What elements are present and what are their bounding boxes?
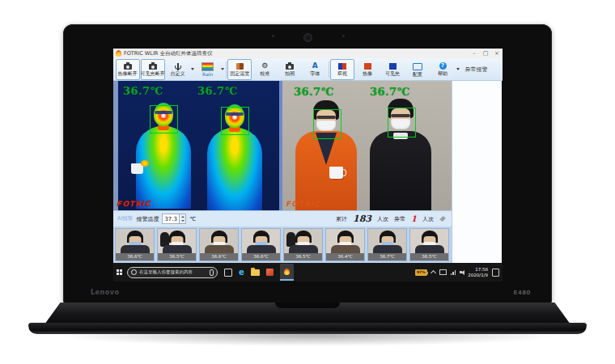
capture-thumbnail[interactable]: 36.5℃: [409, 228, 449, 261]
alarm-temp-spinner[interactable]: 37.3: [162, 214, 186, 224]
webcam: [303, 33, 312, 42]
alarm-temp-value[interactable]: 37.3: [163, 216, 179, 222]
spin-down-button[interactable]: [180, 219, 185, 224]
toolbar-button-custom[interactable]: 自定义: [166, 59, 190, 80]
face-detection-box: [150, 105, 178, 133]
thumbnail-temp: 36.7℃: [368, 253, 406, 260]
fotric-watermark: FOTRIC: [117, 200, 151, 208]
start-button[interactable]: [117, 269, 122, 275]
battery-icon[interactable]: 97%: [415, 269, 427, 276]
toolbar-button-visible-view[interactable]: 可见光: [380, 59, 405, 80]
volume-icon[interactable]: [460, 271, 462, 273]
person-jacket: [370, 131, 431, 210]
custom-icon: [174, 63, 181, 70]
snapshot-camera-icon: [286, 64, 294, 70]
microphone-dot-icon: [272, 35, 274, 37]
photos-app-icon[interactable]: [266, 269, 274, 276]
capture-thumbnail[interactable]: 36.6℃: [115, 228, 155, 261]
dropdown-caret-icon[interactable]: [221, 68, 224, 70]
capture-thumbnail[interactable]: 36.6℃: [199, 228, 239, 261]
laptop-base-front: [28, 323, 587, 334]
capture-thumbnail[interactable]: 36.6℃: [241, 228, 281, 261]
toolbar-button-visible-disconnect[interactable]: 可见光断开: [141, 59, 165, 80]
display-tray-icon[interactable]: [439, 269, 447, 275]
close-button[interactable]: ×: [491, 49, 503, 58]
toolbar-button-thermal-disconnect[interactable]: 热像断开: [116, 59, 140, 80]
visible-view-icon: [389, 63, 397, 70]
clock-date: 2020/1/9: [468, 273, 488, 278]
toolbar-button-calibrate[interactable]: ⚙ 校准: [252, 59, 277, 80]
font-icon: A: [312, 62, 318, 70]
dropdown-caret-icon[interactable]: [456, 68, 460, 70]
thermal-camera-icon: [124, 64, 132, 70]
status-bar: AI报警 报警温度 37.3 ℃ 累计 183 人次 异常 1 人次: [113, 210, 452, 226]
toolbar-button-palette-rain[interactable]: Rain: [196, 59, 220, 80]
microphone-dot-icon: [342, 35, 345, 37]
cortana-icon: [131, 269, 137, 275]
temperature-label: 36.7℃: [370, 86, 410, 98]
maximize-button[interactable]: □: [480, 49, 491, 58]
app-logo-icon: [116, 50, 121, 57]
dropdown-caret-icon[interactable]: [191, 68, 194, 70]
total-count: 183: [353, 214, 371, 224]
person-body: [136, 126, 191, 209]
webcam-lens: [307, 36, 310, 40]
microphone-icon[interactable]: [210, 269, 214, 276]
thumbnail-temp: 36.6℃: [200, 253, 238, 260]
search-input[interactable]: 在这里输入你要搜索的内容: [127, 267, 218, 278]
taskbar-clock[interactable]: 17:58 2020/1/9: [468, 267, 488, 277]
abnormal-unit: 人次: [422, 215, 434, 223]
total-label: 累计: [336, 215, 347, 223]
thumbnail-photo: [116, 229, 154, 253]
toolbar-button-dual-view[interactable]: 双视: [330, 59, 354, 80]
minimize-button[interactable]: –: [469, 49, 480, 58]
edge-browser-icon[interactable]: e: [239, 269, 244, 277]
capture-thumbnail[interactable]: 36.4℃: [325, 228, 365, 261]
capture-thumbnail[interactable]: 36.5℃: [157, 228, 197, 261]
windows-taskbar: 在这里输入你要搜索的内容 e 97% 17:58: [113, 263, 503, 281]
network-icon[interactable]: [451, 270, 456, 275]
thumbnail-photo: [410, 229, 448, 253]
toolbar: 热像断开 可见光断开 自定义 Rain: [113, 58, 503, 81]
thermal-feed: 36.7℃ 36.7℃ FOTRIC: [113, 81, 282, 210]
thumbnail-temp: 36.5℃: [410, 253, 448, 260]
rainbow-palette-icon: [201, 62, 214, 71]
alarm-panel-title: 异常报警: [460, 66, 501, 74]
search-placeholder: 在这里输入你要搜索的内容: [139, 269, 207, 275]
total-unit: 人次: [377, 215, 388, 223]
screen: FOTRIC WLIR 全自动红外体温筛查仪 – □ × 热像断开 可见光断开: [113, 49, 503, 281]
capture-filmstrip: 36.6℃ 36.5℃ 36.6℃ 36.6℃ 36.5℃: [113, 226, 452, 263]
toolbar-button-thermal-view[interactable]: 热像: [355, 59, 380, 80]
toolbar-button-fixed-span[interactable]: 固定温宽: [227, 59, 252, 80]
thumbnail-temp: 36.4℃: [326, 253, 364, 260]
thumbnail-temp: 36.5℃: [284, 253, 322, 260]
toolbar-button-config[interactable]: 配置: [405, 59, 430, 80]
thermal-wall-edge: [113, 81, 118, 210]
thumbnail-photo: [284, 229, 322, 253]
reset-counter-icon[interactable]: [439, 216, 446, 222]
capture-thumbnail[interactable]: 36.5℃: [283, 228, 323, 261]
tray-overflow-chevron-icon[interactable]: [430, 270, 436, 276]
file-explorer-icon[interactable]: [251, 269, 260, 276]
mug: [329, 167, 343, 179]
task-view-button[interactable]: [224, 269, 232, 277]
laptop-brand: Lenovo: [91, 289, 119, 296]
thumbnail-temp: 36.6℃: [116, 253, 154, 260]
face-detection-box: [313, 109, 341, 139]
toolbar-separator: [329, 61, 329, 78]
fotric-watermark: FOTRIC: [286, 200, 320, 208]
fotric-app-taskbar-button[interactable]: [280, 264, 294, 281]
toolbar-button-help[interactable]: ? 帮助: [430, 59, 455, 80]
ai-alarm-label: AI报警: [117, 215, 133, 222]
notification-center-icon[interactable]: [492, 269, 499, 277]
fixed-span-icon: [236, 63, 244, 70]
toolbar-separator: [226, 61, 227, 78]
temperature-label: 36.7℃: [294, 86, 334, 98]
toolbar-button-snapshot[interactable]: 拍照: [278, 59, 302, 80]
config-monitor-icon: [413, 63, 422, 70]
visible-feed: 36.7℃ 36.7℃ FOT: [282, 81, 452, 210]
window-title: FOTRIC WLIR 全自动红外体温筛查仪: [124, 50, 469, 57]
toolbar-button-font[interactable]: A 字体: [303, 59, 327, 80]
capture-thumbnail[interactable]: 36.7℃: [367, 228, 407, 261]
thumbnail-temp: 36.5℃: [158, 253, 196, 260]
